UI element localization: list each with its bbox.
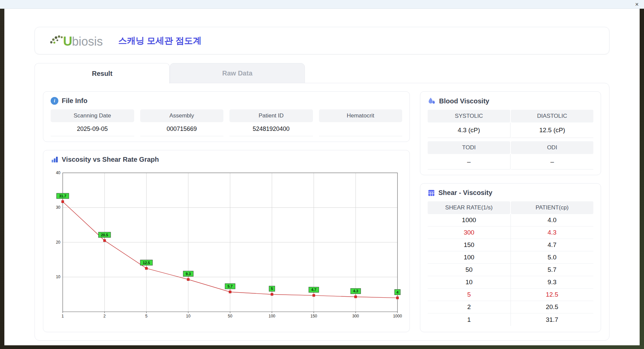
bv-header-todi: TODI: [428, 141, 510, 154]
svg-text:40: 40: [56, 170, 61, 175]
shear-viscosity-header: Shear - Viscosity: [428, 189, 593, 197]
sv-shear: 10: [428, 276, 511, 289]
bv-value-systolic: 4.3 (cP): [428, 122, 511, 138]
file-info-fields: Scanning Date 2025-09-05 Assembly 000715…: [51, 109, 402, 136]
svg-text:20: 20: [56, 240, 61, 245]
sv-header-row: SHEAR RATE(1/s) PATIENT(cp): [428, 201, 593, 214]
left-column: i File Info Scanning Date 2025-09-05 Ass…: [43, 91, 410, 332]
field-value: 2025-09-05: [51, 122, 134, 136]
sv-header-shear-rate: SHEAR RATE(1/s): [428, 201, 510, 214]
window-titlebar: ×: [0, 0, 644, 9]
table-row: 10 9.3: [428, 276, 593, 289]
sv-patient: 4.7: [511, 239, 594, 251]
bv-value-row: – –: [428, 154, 593, 169]
right-column: Blood Viscosity SYSTOLIC DIASTOLIC 4.3 (…: [420, 91, 601, 332]
svg-text:10: 10: [186, 314, 191, 318]
blood-viscosity-card: Blood Viscosity SYSTOLIC DIASTOLIC 4.3 (…: [420, 91, 601, 175]
result-panel: i File Info Scanning Date 2025-09-05 Ass…: [35, 83, 609, 341]
sv-patient: 5.7: [511, 264, 594, 276]
bv-value-todi: –: [428, 154, 511, 169]
bv-header-odi: ODI: [511, 141, 593, 154]
field-value: 52481920400: [229, 122, 313, 136]
field-label: Scanning Date: [51, 109, 134, 122]
shear-viscosity-title: Shear - Viscosity: [438, 189, 492, 197]
sv-shear: 300: [428, 227, 511, 239]
sv-header-patient: PATIENT(cp): [511, 201, 593, 214]
logo-text-u: U: [63, 35, 72, 48]
calculator-icon: [428, 189, 435, 197]
file-info-card: i File Info Scanning Date 2025-09-05 Ass…: [43, 91, 410, 142]
sv-shear: 100: [428, 251, 511, 264]
sv-shear: 1000: [428, 214, 511, 227]
field-label: Assembly: [140, 109, 224, 122]
svg-text:100: 100: [269, 314, 275, 318]
table-row: 5 12.5: [428, 289, 593, 301]
field-label: Hematocrit: [319, 109, 402, 122]
svg-text:5.7: 5.7: [227, 284, 232, 288]
droplet-icon: [428, 97, 436, 105]
sv-patient: 20.5: [511, 301, 594, 313]
shear-viscosity-card: Shear - Viscosity SHEAR RATE(1/s) PATIEN…: [420, 183, 601, 332]
sv-patient: 12.5: [511, 289, 594, 301]
table-row: 300 4.3: [428, 227, 593, 239]
logo-leaf-icon: [49, 34, 64, 46]
svg-text:5: 5: [271, 287, 273, 291]
page-title: 스캐닝 모세관 점도계: [118, 35, 202, 47]
ubiosis-logo: U biosis: [49, 34, 103, 48]
svg-text:12.5: 12.5: [143, 261, 150, 265]
close-icon[interactable]: ×: [635, 1, 639, 7]
bar-chart-icon: [51, 156, 58, 163]
svg-text:4.7: 4.7: [311, 288, 316, 292]
field-value: 000715669: [140, 122, 224, 136]
field-label: Patient ID: [229, 109, 313, 122]
svg-text:4: 4: [396, 290, 399, 294]
svg-text:1: 1: [62, 314, 64, 318]
field-scanning-date: Scanning Date 2025-09-05: [51, 109, 134, 136]
svg-text:300: 300: [352, 314, 359, 318]
blood-viscosity-title: Blood Viscosity: [439, 97, 489, 105]
file-info-header: i File Info: [51, 97, 402, 105]
sv-shear: 5: [428, 289, 511, 301]
sv-patient: 9.3: [511, 276, 594, 289]
svg-text:30: 30: [56, 205, 61, 210]
sv-shear: 2: [428, 301, 511, 313]
bv-value-odi: –: [511, 154, 594, 169]
sv-shear: 50: [428, 264, 511, 276]
table-row: 100 5.0: [428, 251, 593, 264]
svg-text:5: 5: [145, 314, 148, 318]
tab-bar: Result Raw Data: [35, 63, 609, 83]
svg-text:20.5: 20.5: [101, 233, 108, 237]
app-header: U biosis 스캐닝 모세관 점도계: [35, 27, 609, 54]
field-hematocrit: Hematocrit: [319, 109, 402, 136]
sv-patient: 31.7: [511, 313, 594, 326]
svg-text:150: 150: [311, 314, 317, 318]
bv-header-systolic: SYSTOLIC: [428, 110, 510, 122]
sv-patient: 4.0: [511, 214, 594, 227]
logo-text-biosis: biosis: [72, 36, 103, 48]
sv-shear: 150: [428, 239, 511, 251]
graph-header: Viscosity vs Shear Rate Graph: [51, 156, 402, 163]
svg-text:50: 50: [228, 314, 232, 318]
info-icon: i: [51, 97, 58, 105]
bv-header-row: TODI ODI: [428, 141, 593, 154]
bv-header-diastolic: DIASTOLIC: [511, 110, 593, 122]
sv-patient: 5.0: [511, 251, 594, 264]
svg-text:10: 10: [56, 275, 61, 279]
bv-header-row: SYSTOLIC DIASTOLIC: [428, 110, 593, 122]
field-assembly: Assembly 000715669: [140, 109, 224, 136]
table-row: 1000 4.0: [428, 214, 593, 227]
tab-result[interactable]: Result: [35, 63, 170, 84]
table-row: 1 31.7: [428, 313, 593, 326]
svg-text:31.7: 31.7: [59, 194, 66, 198]
table-row: 50 5.7: [428, 264, 593, 276]
svg-text:4.3: 4.3: [353, 289, 358, 293]
field-patient-id: Patient ID 52481920400: [229, 109, 313, 136]
sv-shear: 1: [428, 313, 511, 326]
graph-title: Viscosity vs Shear Rate Graph: [62, 156, 159, 163]
field-value: [319, 122, 402, 136]
svg-text:2: 2: [103, 314, 106, 318]
bv-value-row: 4.3 (cP) 12.5 (cP): [428, 122, 593, 138]
tab-raw-data[interactable]: Raw Data: [170, 63, 305, 83]
bv-value-diastolic: 12.5 (cP): [511, 122, 594, 138]
table-row: 150 4.7: [428, 239, 593, 251]
